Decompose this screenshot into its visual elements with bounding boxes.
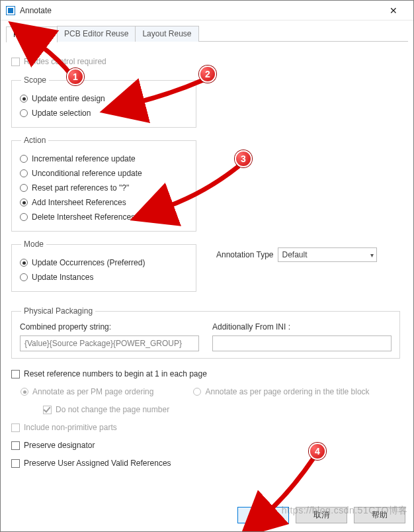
checkbox-label: Preserve designator bbox=[24, 441, 95, 450]
callout-2: 2 bbox=[199, 66, 216, 83]
tab-layout-reuse[interactable]: Layout Reuse bbox=[135, 26, 198, 42]
checkbox-label: Reset reference numbers to begin at 1 in… bbox=[24, 369, 207, 378]
combined-property-input[interactable]: {Value}{Source Package}{POWER_GROUP} bbox=[20, 335, 199, 351]
group-legend: Scope bbox=[21, 75, 49, 85]
titlebar: Annotate ✕ bbox=[1, 1, 413, 21]
checkbox-icon bbox=[11, 423, 20, 432]
select-value: Default bbox=[282, 250, 308, 259]
window-title: Annotate bbox=[20, 6, 379, 15]
annotate-dialog: Annotate ✕ Packaging PCB Editor Reuse La… bbox=[0, 0, 414, 532]
radio-label: Delete Intersheet References bbox=[32, 212, 135, 222]
include-non-primitive-checkbox: Include non-primitive parts bbox=[11, 420, 403, 435]
no-change-page-checkbox: Do not change the page number bbox=[43, 402, 403, 417]
tab-pcb-editor-reuse[interactable]: PCB Editor Reuse bbox=[57, 26, 136, 42]
physical-packaging-group: Physical Packaging Combined property str… bbox=[11, 306, 400, 359]
radio-label: Update entire design bbox=[32, 94, 105, 103]
checkbox-icon bbox=[11, 58, 20, 66]
checkbox-label: Do not change the page number bbox=[56, 405, 169, 414]
checkbox-label: Refdes control required bbox=[24, 57, 106, 66]
radio-icon bbox=[20, 199, 28, 206]
group-legend: Mode bbox=[21, 240, 46, 249]
action-unconditional[interactable]: Unconditional reference update bbox=[20, 166, 188, 181]
client-area: Packaging PCB Editor Reuse Layout Reuse … bbox=[1, 21, 413, 476]
annotate-pm-radio: Annotate as per PM page ordering bbox=[21, 384, 153, 399]
annotation-type-row: Annotation Type Default ▾ bbox=[216, 247, 377, 262]
radio-icon bbox=[193, 388, 201, 396]
button-label: 确定 bbox=[255, 510, 271, 521]
scope-update-selection[interactable]: Update selection bbox=[20, 106, 188, 120]
tab-label: Layout Reuse bbox=[142, 29, 191, 38]
mode-update-instances[interactable]: Update Instances bbox=[20, 270, 188, 285]
action-delete-intersheet[interactable]: Delete Intersheet References bbox=[20, 210, 188, 224]
radio-label: Update Instances bbox=[32, 273, 93, 282]
tab-bar: Packaging PCB Editor Reuse Layout Reuse bbox=[6, 26, 408, 42]
radio-label: Update Occurrences (Preferred) bbox=[32, 258, 145, 267]
checkbox-label: Include non-primitive parts bbox=[24, 423, 117, 432]
radio-label: Unconditional reference update bbox=[32, 169, 142, 178]
action-incremental[interactable]: Incremental reference update bbox=[20, 152, 188, 166]
tab-label: Packaging bbox=[13, 30, 50, 39]
checkbox-icon bbox=[11, 459, 20, 468]
scope-group: Scope Update entire design Update select… bbox=[11, 75, 196, 128]
action-reset-question[interactable]: Reset part references to "?" bbox=[20, 181, 188, 195]
checkbox-label: Preserve User Assigned Valid References bbox=[24, 459, 171, 468]
action-add-intersheet[interactable]: Add Intersheet References bbox=[20, 195, 188, 210]
preserve-designator-checkbox[interactable]: Preserve designator bbox=[11, 438, 403, 453]
mode-and-type-row: Mode Update Occurrences (Preferred) Upda… bbox=[11, 240, 403, 300]
close-icon[interactable]: ✕ bbox=[379, 1, 408, 21]
tab-label: PCB Editor Reuse bbox=[64, 29, 128, 38]
mode-update-occurrences[interactable]: Update Occurrences (Preferred) bbox=[20, 255, 188, 270]
checkbox-icon bbox=[43, 406, 52, 414]
group-legend: Physical Packaging bbox=[21, 306, 95, 316]
ini-input[interactable] bbox=[212, 335, 392, 351]
radio-label: Annotate as per page ordering in the tit… bbox=[205, 387, 369, 396]
callout-3: 3 bbox=[235, 150, 252, 167]
radio-icon bbox=[20, 95, 28, 103]
chevron-down-icon: ▾ bbox=[370, 251, 374, 259]
annotate-title-radio: Annotate as per page ordering in the tit… bbox=[193, 384, 369, 399]
radio-icon bbox=[20, 213, 28, 221]
mode-group: Mode Update Occurrences (Preferred) Upda… bbox=[11, 240, 196, 292]
combined-label: Combined property string: bbox=[20, 322, 199, 332]
radio-icon bbox=[20, 155, 28, 163]
radio-icon bbox=[20, 259, 28, 267]
annotation-type-select[interactable]: Default ▾ bbox=[278, 247, 377, 262]
radio-icon bbox=[20, 169, 28, 177]
radio-label: Annotate as per PM page ordering bbox=[32, 387, 153, 396]
radio-label: Reset part references to "?" bbox=[32, 183, 129, 193]
scope-update-entire[interactable]: Update entire design bbox=[20, 91, 188, 106]
radio-label: Update selection bbox=[32, 109, 91, 118]
radio-icon bbox=[20, 109, 28, 117]
radio-icon bbox=[20, 273, 28, 281]
radio-icon bbox=[20, 184, 28, 192]
checkbox-icon bbox=[11, 441, 20, 450]
ini-label: Additionally From INI : bbox=[212, 322, 392, 332]
watermark: https://blog.csdn.51CTO博客 bbox=[282, 505, 408, 517]
tab-packaging[interactable]: Packaging bbox=[6, 26, 58, 42]
input-value: {Value}{Source Package}{POWER_GROUP} bbox=[24, 339, 182, 348]
radio-label: Incremental reference update bbox=[32, 154, 136, 163]
radio-icon bbox=[21, 388, 28, 396]
reset-begin-1-checkbox[interactable]: Reset reference numbers to begin at 1 in… bbox=[11, 367, 403, 381]
tab-content: Refdes control required Scope Update ent… bbox=[6, 42, 408, 476]
annotation-type-label: Annotation Type bbox=[216, 250, 274, 259]
action-group: Action Incremental reference update Unco… bbox=[11, 136, 196, 232]
preserve-user-valid-checkbox[interactable]: Preserve User Assigned Valid References bbox=[11, 456, 403, 470]
app-icon bbox=[6, 6, 15, 15]
radio-label: Add Intersheet References bbox=[32, 198, 126, 207]
group-legend: Action bbox=[21, 136, 48, 145]
callout-4: 4 bbox=[309, 443, 326, 460]
callout-1: 1 bbox=[67, 68, 84, 85]
checkbox-icon bbox=[11, 370, 20, 378]
